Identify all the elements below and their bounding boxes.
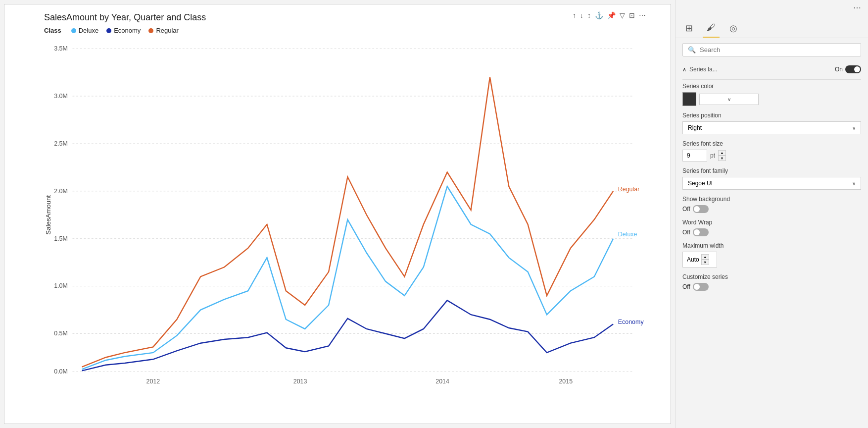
customize-series-toggle-thumb [694, 284, 700, 290]
svg-text:2013: 2013 [293, 378, 307, 385]
tab-fields[interactable]: ⊞ [681, 21, 697, 38]
legend-dot-regular [148, 28, 153, 33]
show-background-toggle-thumb [694, 206, 700, 212]
series-position-row: Series position Right ∨ [682, 112, 861, 134]
series-color-control: ∨ [682, 92, 861, 106]
tab-format[interactable]: 🖌 [703, 20, 720, 38]
chart-label-deluxe: Deluxe [618, 231, 637, 238]
series-font-family-label: Series font family [682, 167, 861, 174]
series-color-swatch[interactable] [682, 92, 696, 106]
legend-label-economy: Economy [114, 27, 141, 34]
series-font-family-value: Segoe UI [688, 180, 713, 187]
series-position-value: Right [688, 124, 702, 131]
word-wrap-toggle-thumb [694, 229, 700, 235]
series-labels-toggle[interactable]: On [835, 65, 861, 73]
series-font-size-label: Series font size [682, 140, 861, 147]
line-economy [82, 300, 613, 371]
tab-analytics[interactable]: ◎ [725, 21, 741, 38]
font-size-stepper[interactable]: ▲ ▼ [718, 150, 726, 161]
chart-toolbar: ↑ ↓ ↕ ⚓ 📌 ▽ ⊡ ⋯ [573, 11, 646, 19]
filter-icon[interactable]: ▽ [620, 11, 625, 19]
legend-dot-economy [106, 28, 111, 33]
format-tab-icon: 🖌 [707, 22, 716, 33]
maximum-width-value: Auto [687, 256, 699, 263]
svg-text:3.0M: 3.0M [54, 93, 68, 100]
chart-container: ↑ ↓ ↕ ⚓ 📌 ▽ ⊡ ⋯ SalesAmount by Year, Qua… [4, 4, 671, 424]
line-deluxe [82, 186, 613, 369]
sort-desc-icon[interactable]: ↓ [580, 11, 583, 19]
font-family-dropdown-arrow: ∨ [852, 181, 856, 186]
word-wrap-row: Word Wrap Off [682, 219, 861, 236]
sort-asc-icon[interactable]: ↑ [573, 11, 576, 19]
legend-dot-deluxe [71, 28, 76, 33]
series-font-family-dropdown[interactable]: Segoe UI ∨ [682, 177, 861, 190]
chart-label-regular: Regular [618, 186, 640, 193]
chart-label-economy: Economy [618, 319, 644, 325]
svg-text:2015: 2015 [559, 378, 573, 385]
chevron-down-icon: ∧ [682, 66, 686, 73]
panel-tabs: ⊞ 🖌 ◎ [675, 16, 868, 38]
svg-text:1.5M: 1.5M [54, 235, 68, 242]
series-labels-header[interactable]: ∧ Series la... On [682, 61, 861, 76]
show-background-label: Show background [682, 196, 861, 203]
series-labels-section: ∧ Series la... On Series color ∨ [682, 61, 861, 291]
analytics-tab-icon: ◎ [729, 23, 737, 34]
max-width-increment[interactable]: ▲ [701, 254, 709, 260]
series-color-dropdown[interactable]: ∨ [699, 94, 759, 105]
word-wrap-label: Word Wrap [682, 219, 861, 226]
legend-item-economy: Economy [106, 27, 141, 34]
pin-icon[interactable]: 📌 [607, 11, 616, 19]
font-size-increment[interactable]: ▲ [718, 150, 726, 156]
legend-item-regular: Regular [148, 27, 179, 34]
expand-icon[interactable]: ↕ [587, 11, 591, 19]
word-wrap-toggle[interactable]: Off [682, 228, 861, 236]
word-wrap-toggle-label: Off [682, 229, 690, 236]
show-background-toggle-label: Off [682, 206, 690, 213]
anchor-icon[interactable]: ⚓ [595, 11, 603, 19]
maximum-width-row: Maximum width Auto ▲ ▼ [682, 242, 861, 268]
line-chart-svg: 3.5M 3.0M 2.5M 2.0M 1.5M 1.0M 0.5M 0.0M … [44, 39, 661, 386]
max-width-stepper[interactable]: ▲ ▼ [701, 254, 709, 265]
customize-series-label: Customize series [682, 273, 861, 280]
show-background-row: Show background Off [682, 196, 861, 213]
legend-class-label: Class [44, 27, 61, 34]
svg-text:2014: 2014 [435, 378, 449, 385]
panel-more-icon[interactable]: ⋯ [853, 3, 861, 12]
svg-text:2.0M: 2.0M [54, 188, 68, 195]
svg-text:2012: 2012 [146, 378, 160, 385]
chart-legend: Class Deluxe Economy Regular [44, 27, 661, 34]
expand-grid-icon[interactable]: ⊡ [629, 11, 635, 19]
customize-series-toggle-track[interactable] [693, 283, 709, 291]
legend-item-deluxe: Deluxe [71, 27, 98, 34]
legend-label-deluxe: Deluxe [79, 27, 98, 34]
series-color-label: Series color [682, 83, 861, 90]
svg-text:2.5M: 2.5M [54, 140, 68, 147]
more-icon[interactable]: ⋯ [639, 11, 646, 19]
series-font-family-row: Series font family Segoe UI ∨ [682, 167, 861, 190]
series-color-row: Series color ∨ [682, 83, 861, 106]
font-size-decrement[interactable]: ▼ [718, 156, 726, 161]
series-labels-toggle-track[interactable] [845, 65, 861, 73]
panel-search-box[interactable]: 🔍 [682, 43, 861, 56]
series-labels-toggle-label: On [835, 66, 843, 73]
svg-text:0.5M: 0.5M [54, 330, 68, 337]
maximum-width-label: Maximum width [682, 242, 861, 249]
svg-text:0.0M: 0.0M [54, 368, 68, 375]
maximum-width-input[interactable]: Auto ▲ ▼ [682, 252, 717, 268]
customize-series-toggle[interactable]: Off [682, 283, 861, 291]
series-position-dropdown[interactable]: Right ∨ [682, 121, 861, 134]
series-font-size-input[interactable] [682, 150, 707, 161]
chart-svg-area: 3.5M 3.0M 2.5M 2.0M 1.5M 1.0M 0.5M 0.0M … [44, 39, 661, 386]
search-input[interactable] [700, 46, 856, 54]
word-wrap-toggle-track[interactable] [693, 228, 709, 236]
search-icon: 🔍 [688, 46, 696, 54]
panel-content: ∧ Series la... On Series color ∨ [675, 61, 868, 428]
fields-tab-icon: ⊞ [685, 23, 693, 34]
series-labels-toggle-thumb [854, 66, 860, 72]
max-width-decrement[interactable]: ▼ [701, 260, 709, 265]
show-background-toggle[interactable]: Off [682, 205, 861, 213]
series-font-size-row: Series font size pt ▲ ▼ [682, 140, 861, 161]
font-size-unit: pt [710, 152, 715, 159]
show-background-toggle-track[interactable] [693, 205, 709, 213]
color-dropdown-arrow: ∨ [727, 97, 731, 102]
